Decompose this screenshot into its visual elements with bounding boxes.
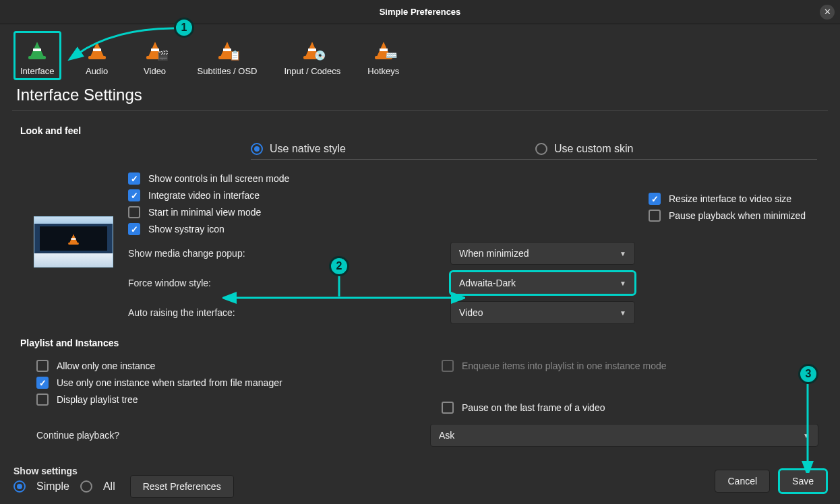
checkbox-label: Pause on the last frame of a video [462, 402, 605, 413]
label-continue-playback: Continue playback? [36, 430, 430, 441]
checkbox-label: Show systray icon [148, 224, 224, 234]
label-show-settings: Show settings [13, 466, 115, 476]
cone-icon [24, 36, 51, 62]
select-auto-raise[interactable]: Video ▼ [450, 301, 635, 324]
select-force-window-style[interactable]: Adwaita-Dark ▼ [450, 272, 635, 294]
tab-interface[interactable]: Interface [15, 32, 60, 79]
checkbox-label: Pause playback when minimized [669, 210, 806, 221]
radio-label: Use native style [270, 143, 346, 155]
save-button[interactable]: Save [779, 470, 827, 493]
checkbox-label: Start in minimal view mode [148, 207, 261, 218]
cone-icon: 🎬 [142, 36, 169, 62]
checkbox-label: Display playlist tree [57, 394, 138, 405]
tab-label: Audio [86, 66, 108, 76]
tab-label: Subtitles / OSD [198, 66, 258, 76]
checkbox-resize-interface[interactable] [649, 193, 661, 205]
skin-preview [18, 168, 123, 331]
chevron-down-icon: ▼ [620, 280, 626, 287]
settings-scroll-area[interactable]: Look and feel Use native style Use custo… [12, 119, 836, 458]
dialog-footer: Show settings Simple All Reset Preferenc… [0, 458, 840, 504]
select-value: Adwaita-Dark [459, 278, 516, 288]
checkbox-label: Use only one instance when started from … [57, 377, 282, 388]
select-media-popup[interactable]: When minimized ▼ [450, 242, 635, 265]
radio-all[interactable] [80, 480, 92, 493]
window-title: Simple Preferences [380, 7, 461, 17]
divider [12, 110, 828, 111]
checkbox-label: Resize interface to video size [669, 193, 791, 204]
chevron-down-icon: ▼ [803, 432, 810, 439]
tab-label: Interface [20, 66, 55, 76]
tab-label: Hotkeys [367, 66, 399, 76]
checkbox-label: Integrate video in interface [148, 190, 260, 201]
annotation-3: 3 [798, 364, 818, 384]
group-look-and-feel: Look and feel [20, 125, 827, 136]
radio-custom-skin[interactable] [535, 143, 547, 155]
label-media-popup: Show media change popup: [128, 248, 450, 259]
cone-icon: ⌨️ [370, 36, 397, 62]
select-value: Video [459, 307, 483, 318]
tab-hotkeys[interactable]: ⌨️ Hotkeys [362, 32, 404, 79]
checkbox-label: Allow only one instance [57, 360, 155, 371]
tab-audio[interactable]: Audio [76, 32, 118, 79]
close-icon: ✕ [824, 7, 831, 17]
cone-icon: 📋 [214, 36, 241, 62]
group-playlist: Playlist and Instances [20, 338, 827, 348]
radio-label: Use custom skin [554, 143, 633, 155]
checkbox-integrate-video[interactable] [128, 189, 140, 201]
checkbox-display-playlist-tree[interactable] [36, 393, 49, 406]
annotation-2: 2 [329, 256, 349, 276]
chevron-down-icon: ▼ [620, 309, 626, 317]
checkbox-label: Enqueue items into playlist in one insta… [462, 360, 667, 371]
select-continue-playback[interactable]: Ask ▼ [430, 424, 818, 447]
tab-video[interactable]: 🎬 Video [134, 32, 176, 79]
chevron-down-icon: ▼ [620, 250, 626, 257]
cancel-button[interactable]: Cancel [715, 470, 770, 493]
checkbox-pause-minimized[interactable] [649, 210, 661, 222]
tab-label: Input / Codecs [284, 66, 340, 76]
label-force-style: Force window style: [128, 278, 450, 288]
radio-label: All [103, 480, 115, 493]
label-auto-raise: Auto raising the interface: [128, 307, 450, 318]
radio-simple[interactable] [13, 480, 26, 493]
checkbox-pause-last-frame[interactable] [442, 402, 454, 414]
preferences-window: Simple Preferences ✕ Interface Audio 🎬 V… [0, 0, 840, 504]
checkbox-label: Show controls in full screen mode [148, 173, 289, 184]
select-value: When minimized [459, 248, 529, 259]
radio-label: Simple [36, 480, 69, 493]
radio-native-style[interactable] [251, 143, 263, 155]
checkbox-show-controls[interactable] [128, 172, 140, 185]
divider [251, 159, 817, 160]
tab-label: Video [144, 66, 166, 76]
annotation-1: 1 [174, 18, 194, 38]
select-value: Ask [439, 430, 454, 441]
checkbox-one-instance-fm[interactable] [36, 377, 49, 389]
cone-icon [84, 36, 111, 62]
category-toolbar: Interface Audio 🎬 Video 📋 Subtitles / OS… [0, 24, 840, 79]
page-title: Interface Settings [16, 86, 840, 104]
checkbox-start-minimal[interactable] [128, 206, 140, 218]
reset-preferences-button[interactable]: Reset Preferences [130, 475, 234, 498]
checkbox-show-systray[interactable] [128, 223, 140, 235]
cone-icon: 💿 [299, 36, 326, 62]
checkbox-allow-one-instance[interactable] [36, 360, 49, 372]
close-button[interactable]: ✕ [820, 5, 835, 20]
titlebar: Simple Preferences ✕ [0, 0, 840, 24]
checkbox-enqueue [442, 360, 454, 372]
tab-subtitles[interactable]: 📋 Subtitles / OSD [192, 32, 263, 79]
tab-input-codecs[interactable]: 💿 Input / Codecs [278, 32, 346, 79]
